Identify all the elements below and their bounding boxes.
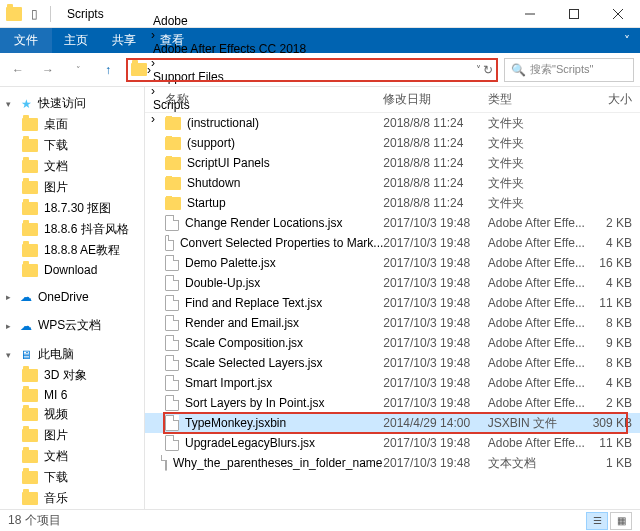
navigation-sidebar[interactable]: ▾★ 快速访问 桌面下载文档图片18.7.30 抠图18.8.6 抖音风格18.…	[0, 87, 145, 509]
sidebar-onedrive[interactable]: ▸☁ OneDrive	[0, 287, 144, 307]
minimize-button[interactable]	[508, 0, 552, 28]
breadcrumb-segment[interactable]: Adobe After Effects CC 2018	[151, 42, 308, 56]
folder-icon	[165, 157, 181, 170]
nav-up-button[interactable]: ↑	[96, 58, 120, 82]
sidebar-item[interactable]: MI 6	[0, 386, 144, 404]
title-bar: ▯ Scripts	[0, 0, 640, 28]
file-size: 8 KB	[587, 316, 640, 330]
chevron-down-icon[interactable]: ˅	[476, 64, 481, 75]
file-type: Adobe After Effe...	[488, 436, 588, 450]
breadcrumb-segment[interactable]: Adobe	[151, 14, 308, 28]
table-row[interactable]: Shutdown2018/8/8 11:24文件夹	[145, 173, 640, 193]
col-type[interactable]: 类型	[488, 91, 588, 108]
table-row[interactable]: (support)2018/8/8 11:24文件夹	[145, 133, 640, 153]
table-row[interactable]: Change Render Locations.jsx2017/10/3 19:…	[145, 213, 640, 233]
folder-icon	[22, 408, 38, 421]
col-name[interactable]: 名称	[145, 91, 383, 108]
table-row[interactable]: Find and Replace Text.jsx2017/10/3 19:48…	[145, 293, 640, 313]
folder-icon	[22, 450, 38, 463]
item-count: 18 个项目	[8, 512, 61, 529]
table-row[interactable]: Sort Layers by In Point.jsx2017/10/3 19:…	[145, 393, 640, 413]
sidebar-item[interactable]: 文档	[0, 446, 144, 467]
view-details-button[interactable]: ☰	[586, 512, 608, 530]
table-row[interactable]: Smart Import.jsx2017/10/3 19:48Adobe Aft…	[145, 373, 640, 393]
table-row[interactable]: (instructional)2018/8/8 11:24文件夹	[145, 113, 640, 133]
file-size: 309 KB	[587, 416, 640, 430]
table-row[interactable]: Double-Up.jsx2017/10/3 19:48Adobe After …	[145, 273, 640, 293]
chevron-right-icon[interactable]: ›	[151, 28, 155, 42]
sidebar-item[interactable]: 18.8.6 抖音风格	[0, 219, 144, 240]
sidebar-item[interactable]: Download	[0, 261, 144, 279]
nav-forward-button[interactable]: →	[36, 58, 60, 82]
close-button[interactable]	[596, 0, 640, 28]
qat-icon[interactable]: ▯	[26, 6, 42, 22]
tab-home[interactable]: 主页	[52, 28, 100, 53]
search-input[interactable]: 🔍 搜索"Scripts"	[504, 58, 634, 82]
sidebar-item[interactable]: 桌面	[0, 114, 144, 135]
table-row[interactable]: Why_the_parentheses_in_folder_name...201…	[145, 453, 640, 473]
tab-share[interactable]: 共享	[100, 28, 148, 53]
table-row[interactable]: ScriptUI Panels2018/8/8 11:24文件夹	[145, 153, 640, 173]
table-row[interactable]: Scale Composition.jsx2017/10/3 19:48Adob…	[145, 333, 640, 353]
tab-file[interactable]: 文件	[0, 28, 52, 53]
breadcrumb[interactable]: › Adobe›Adobe After Effects CC 2018›Supp…	[126, 58, 498, 82]
sidebar-item[interactable]: 3D 对象	[0, 365, 144, 386]
nav-back-button[interactable]: ←	[6, 58, 30, 82]
view-icons-button[interactable]: ▦	[610, 512, 632, 530]
file-name: Convert Selected Properties to Mark...	[180, 236, 383, 250]
sidebar-item[interactable]: 视频	[0, 404, 144, 425]
maximize-button[interactable]	[552, 0, 596, 28]
table-row[interactable]: Startup2018/8/8 11:24文件夹	[145, 193, 640, 213]
table-row[interactable]: Render and Email.jsx2017/10/3 19:48Adobe…	[145, 313, 640, 333]
sidebar-quick-access[interactable]: ▾★ 快速访问	[0, 93, 144, 114]
file-icon	[165, 275, 179, 291]
file-name: Double-Up.jsx	[185, 276, 260, 290]
file-date: 2017/10/3 19:48	[383, 296, 487, 310]
file-date: 2017/10/3 19:48	[383, 276, 487, 290]
folder-icon	[22, 389, 38, 402]
sidebar-item[interactable]: 下载	[0, 467, 144, 488]
sidebar-item[interactable]: 图片	[0, 177, 144, 198]
file-name: Scale Selected Layers.jsx	[185, 356, 322, 370]
ribbon-expand-icon[interactable]: ˅	[614, 28, 640, 53]
sidebar-item[interactable]: 文档	[0, 156, 144, 177]
file-list[interactable]: 名称 修改日期 类型 大小 (instructional)2018/8/8 11…	[145, 87, 640, 509]
file-icon	[165, 295, 179, 311]
file-date: 2018/8/8 11:24	[383, 136, 487, 150]
sidebar-item[interactable]: 18.7.30 抠图	[0, 198, 144, 219]
folder-icon	[22, 492, 38, 505]
table-row[interactable]: Convert Selected Properties to Mark...20…	[145, 233, 640, 253]
table-row[interactable]: Scale Selected Layers.jsx2017/10/3 19:48…	[145, 353, 640, 373]
breadcrumb-segment[interactable]: Support Files	[151, 70, 308, 84]
file-name: UpgradeLegacyBlurs.jsx	[185, 436, 315, 450]
refresh-icon[interactable]: ↻	[483, 63, 493, 77]
file-size: 9 KB	[587, 336, 640, 350]
file-name: Sort Layers by In Point.jsx	[185, 396, 324, 410]
file-name: Shutdown	[187, 176, 240, 190]
sidebar-item[interactable]: 音乐	[0, 488, 144, 509]
sidebar-wps[interactable]: ▸☁ WPS云文档	[0, 315, 144, 336]
table-row[interactable]: Demo Palette.jsx2017/10/3 19:48Adobe Aft…	[145, 253, 640, 273]
file-date: 2017/10/3 19:48	[383, 236, 487, 250]
file-size: 11 KB	[587, 296, 640, 310]
table-row[interactable]: TypeMonkey.jsxbin2014/4/29 14:00JSXBIN 文…	[145, 413, 640, 433]
sidebar-item[interactable]: 下载	[0, 135, 144, 156]
file-type: Adobe After Effe...	[488, 316, 588, 330]
sidebar-item[interactable]: 图片	[0, 425, 144, 446]
column-headers[interactable]: 名称 修改日期 类型 大小	[145, 87, 640, 113]
nav-recent-icon[interactable]: ˅	[66, 58, 90, 82]
file-date: 2018/8/8 11:24	[383, 196, 487, 210]
file-name: Demo Palette.jsx	[185, 256, 276, 270]
file-type: 文本文档	[488, 455, 588, 472]
file-name: Scale Composition.jsx	[185, 336, 303, 350]
col-date[interactable]: 修改日期	[383, 91, 487, 108]
sidebar-this-pc[interactable]: ▾🖥 此电脑	[0, 344, 144, 365]
file-type: Adobe After Effe...	[488, 236, 588, 250]
chevron-right-icon[interactable]: ›	[151, 56, 155, 70]
file-size: 2 KB	[587, 216, 640, 230]
sidebar-item[interactable]: 18.8.8 AE教程	[0, 240, 144, 261]
file-type: JSXBIN 文件	[488, 415, 588, 432]
table-row[interactable]: UpgradeLegacyBlurs.jsx2017/10/3 19:48Ado…	[145, 433, 640, 453]
col-size[interactable]: 大小	[587, 91, 640, 108]
file-size: 2 KB	[587, 396, 640, 410]
